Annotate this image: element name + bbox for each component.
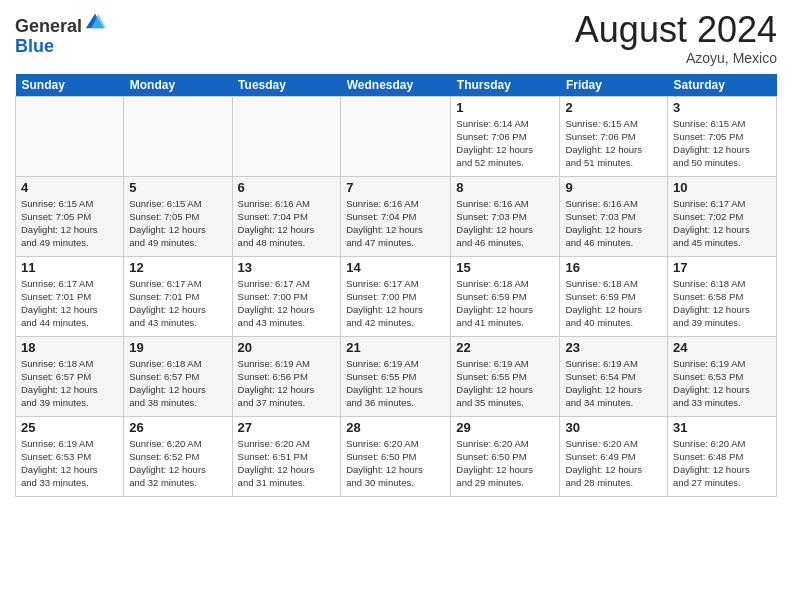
- table-row: 28Sunrise: 6:20 AMSunset: 6:50 PMDayligh…: [341, 416, 451, 496]
- table-row: 7Sunrise: 6:16 AMSunset: 7:04 PMDaylight…: [341, 176, 451, 256]
- day-info: Sunrise: 6:16 AMSunset: 7:04 PMDaylight:…: [238, 197, 336, 250]
- day-info: Sunrise: 6:16 AMSunset: 7:03 PMDaylight:…: [456, 197, 554, 250]
- table-row: 29Sunrise: 6:20 AMSunset: 6:50 PMDayligh…: [451, 416, 560, 496]
- logo: General Blue: [15, 10, 106, 57]
- day-info: Sunrise: 6:15 AMSunset: 7:06 PMDaylight:…: [565, 117, 662, 170]
- day-number: 21: [346, 340, 445, 355]
- table-row: [16, 96, 124, 176]
- header-row: Sunday Monday Tuesday Wednesday Thursday…: [16, 74, 777, 97]
- col-tuesday: Tuesday: [232, 74, 341, 97]
- day-number: 8: [456, 180, 554, 195]
- table-row: 20Sunrise: 6:19 AMSunset: 6:56 PMDayligh…: [232, 336, 341, 416]
- table-row: 31Sunrise: 6:20 AMSunset: 6:48 PMDayligh…: [668, 416, 777, 496]
- day-number: 7: [346, 180, 445, 195]
- table-row: 19Sunrise: 6:18 AMSunset: 6:57 PMDayligh…: [124, 336, 232, 416]
- table-row: 22Sunrise: 6:19 AMSunset: 6:55 PMDayligh…: [451, 336, 560, 416]
- table-row: 14Sunrise: 6:17 AMSunset: 7:00 PMDayligh…: [341, 256, 451, 336]
- table-row: 13Sunrise: 6:17 AMSunset: 7:00 PMDayligh…: [232, 256, 341, 336]
- day-info: Sunrise: 6:17 AMSunset: 7:02 PMDaylight:…: [673, 197, 771, 250]
- day-info: Sunrise: 6:19 AMSunset: 6:53 PMDaylight:…: [673, 357, 771, 410]
- day-info: Sunrise: 6:18 AMSunset: 6:58 PMDaylight:…: [673, 277, 771, 330]
- day-info: Sunrise: 6:20 AMSunset: 6:50 PMDaylight:…: [346, 437, 445, 490]
- day-number: 28: [346, 420, 445, 435]
- day-info: Sunrise: 6:14 AMSunset: 7:06 PMDaylight:…: [456, 117, 554, 170]
- day-number: 16: [565, 260, 662, 275]
- week-row-2: 4Sunrise: 6:15 AMSunset: 7:05 PMDaylight…: [16, 176, 777, 256]
- day-info: Sunrise: 6:16 AMSunset: 7:04 PMDaylight:…: [346, 197, 445, 250]
- day-info: Sunrise: 6:20 AMSunset: 6:50 PMDaylight:…: [456, 437, 554, 490]
- day-info: Sunrise: 6:19 AMSunset: 6:55 PMDaylight:…: [346, 357, 445, 410]
- day-number: 22: [456, 340, 554, 355]
- table-row: 8Sunrise: 6:16 AMSunset: 7:03 PMDaylight…: [451, 176, 560, 256]
- table-row: 4Sunrise: 6:15 AMSunset: 7:05 PMDaylight…: [16, 176, 124, 256]
- header: General Blue August 2024 Azoyu, Mexico: [15, 10, 777, 66]
- day-number: 19: [129, 340, 226, 355]
- subtitle: Azoyu, Mexico: [575, 50, 777, 66]
- day-number: 30: [565, 420, 662, 435]
- week-row-4: 18Sunrise: 6:18 AMSunset: 6:57 PMDayligh…: [16, 336, 777, 416]
- logo-blue: Blue: [15, 36, 54, 56]
- day-number: 3: [673, 100, 771, 115]
- table-row: [232, 96, 341, 176]
- table-row: 17Sunrise: 6:18 AMSunset: 6:58 PMDayligh…: [668, 256, 777, 336]
- table-row: 16Sunrise: 6:18 AMSunset: 6:59 PMDayligh…: [560, 256, 668, 336]
- table-row: 25Sunrise: 6:19 AMSunset: 6:53 PMDayligh…: [16, 416, 124, 496]
- table-row: 9Sunrise: 6:16 AMSunset: 7:03 PMDaylight…: [560, 176, 668, 256]
- table-row: [124, 96, 232, 176]
- day-info: Sunrise: 6:17 AMSunset: 7:00 PMDaylight:…: [238, 277, 336, 330]
- col-sunday: Sunday: [16, 74, 124, 97]
- col-saturday: Saturday: [668, 74, 777, 97]
- day-info: Sunrise: 6:18 AMSunset: 6:59 PMDaylight:…: [565, 277, 662, 330]
- day-number: 14: [346, 260, 445, 275]
- day-info: Sunrise: 6:17 AMSunset: 7:01 PMDaylight:…: [129, 277, 226, 330]
- day-info: Sunrise: 6:18 AMSunset: 6:57 PMDaylight:…: [129, 357, 226, 410]
- day-info: Sunrise: 6:19 AMSunset: 6:53 PMDaylight:…: [21, 437, 118, 490]
- day-info: Sunrise: 6:20 AMSunset: 6:49 PMDaylight:…: [565, 437, 662, 490]
- table-row: [341, 96, 451, 176]
- col-wednesday: Wednesday: [341, 74, 451, 97]
- table-row: 3Sunrise: 6:15 AMSunset: 7:05 PMDaylight…: [668, 96, 777, 176]
- table-row: 27Sunrise: 6:20 AMSunset: 6:51 PMDayligh…: [232, 416, 341, 496]
- table-row: 18Sunrise: 6:18 AMSunset: 6:57 PMDayligh…: [16, 336, 124, 416]
- day-info: Sunrise: 6:16 AMSunset: 7:03 PMDaylight:…: [565, 197, 662, 250]
- title-block: August 2024 Azoyu, Mexico: [575, 10, 777, 66]
- day-number: 1: [456, 100, 554, 115]
- table-row: 6Sunrise: 6:16 AMSunset: 7:04 PMDaylight…: [232, 176, 341, 256]
- table-row: 1Sunrise: 6:14 AMSunset: 7:06 PMDaylight…: [451, 96, 560, 176]
- table-row: 23Sunrise: 6:19 AMSunset: 6:54 PMDayligh…: [560, 336, 668, 416]
- week-row-1: 1Sunrise: 6:14 AMSunset: 7:06 PMDaylight…: [16, 96, 777, 176]
- month-title: August 2024: [575, 10, 777, 50]
- day-number: 4: [21, 180, 118, 195]
- table-row: 21Sunrise: 6:19 AMSunset: 6:55 PMDayligh…: [341, 336, 451, 416]
- day-number: 11: [21, 260, 118, 275]
- day-info: Sunrise: 6:17 AMSunset: 7:00 PMDaylight:…: [346, 277, 445, 330]
- day-number: 23: [565, 340, 662, 355]
- day-number: 24: [673, 340, 771, 355]
- day-info: Sunrise: 6:19 AMSunset: 6:54 PMDaylight:…: [565, 357, 662, 410]
- table-row: 30Sunrise: 6:20 AMSunset: 6:49 PMDayligh…: [560, 416, 668, 496]
- col-thursday: Thursday: [451, 74, 560, 97]
- day-number: 10: [673, 180, 771, 195]
- table-row: 10Sunrise: 6:17 AMSunset: 7:02 PMDayligh…: [668, 176, 777, 256]
- day-info: Sunrise: 6:19 AMSunset: 6:55 PMDaylight:…: [456, 357, 554, 410]
- day-info: Sunrise: 6:17 AMSunset: 7:01 PMDaylight:…: [21, 277, 118, 330]
- page: General Blue August 2024 Azoyu, Mexico S…: [0, 0, 792, 507]
- day-number: 31: [673, 420, 771, 435]
- day-number: 29: [456, 420, 554, 435]
- day-number: 15: [456, 260, 554, 275]
- day-info: Sunrise: 6:18 AMSunset: 6:59 PMDaylight:…: [456, 277, 554, 330]
- col-friday: Friday: [560, 74, 668, 97]
- calendar-table: Sunday Monday Tuesday Wednesday Thursday…: [15, 74, 777, 497]
- day-number: 27: [238, 420, 336, 435]
- table-row: 12Sunrise: 6:17 AMSunset: 7:01 PMDayligh…: [124, 256, 232, 336]
- day-info: Sunrise: 6:20 AMSunset: 6:48 PMDaylight:…: [673, 437, 771, 490]
- day-info: Sunrise: 6:15 AMSunset: 7:05 PMDaylight:…: [129, 197, 226, 250]
- day-info: Sunrise: 6:19 AMSunset: 6:56 PMDaylight:…: [238, 357, 336, 410]
- day-number: 26: [129, 420, 226, 435]
- day-number: 5: [129, 180, 226, 195]
- day-info: Sunrise: 6:18 AMSunset: 6:57 PMDaylight:…: [21, 357, 118, 410]
- table-row: 5Sunrise: 6:15 AMSunset: 7:05 PMDaylight…: [124, 176, 232, 256]
- week-row-3: 11Sunrise: 6:17 AMSunset: 7:01 PMDayligh…: [16, 256, 777, 336]
- table-row: 15Sunrise: 6:18 AMSunset: 6:59 PMDayligh…: [451, 256, 560, 336]
- day-info: Sunrise: 6:15 AMSunset: 7:05 PMDaylight:…: [21, 197, 118, 250]
